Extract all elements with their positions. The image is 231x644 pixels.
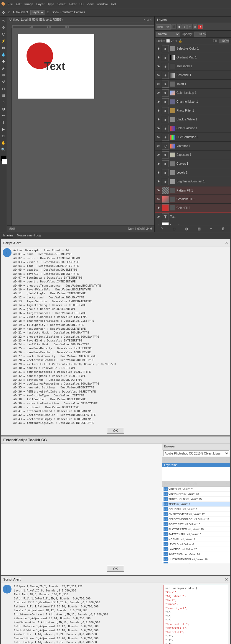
- layer-visibility-toggle[interactable]: 👁: [156, 170, 161, 175]
- tool-path-select[interactable]: ▶: [1, 126, 6, 132]
- tool-text[interactable]: T: [1, 120, 6, 125]
- layer-visibility-toggle[interactable]: 👁: [156, 64, 161, 69]
- layer-row[interactable]: 👁 ▽ Vibrance 1: [155, 142, 231, 151]
- filter-active[interactable]: ●: [198, 24, 203, 29]
- layer-row[interactable]: 👁 ◑ Posterize 1: [155, 71, 231, 80]
- layer-row[interactable]: 👁 Pattern Fill 1: [155, 186, 231, 195]
- canvas-minimize[interactable]: −: [144, 18, 146, 21]
- layer-visibility-toggle[interactable]: 👁: [156, 153, 161, 157]
- prop-row[interactable]: int POSTERIZE: int, Value: 16: [162, 522, 230, 527]
- lock-all[interactable]: 🔒: [179, 39, 182, 43]
- layer-visibility-toggle[interactable]: 👁: [156, 205, 161, 210]
- tool-move[interactable]: ✛: [1, 24, 6, 30]
- prop-row[interactable]: int VIDEO: int, Value: 21: [162, 487, 230, 492]
- layer-visibility-toggle[interactable]: 👁: [156, 197, 161, 202]
- layer-visibility-toggle[interactable]: 👁: [156, 117, 161, 122]
- classes-expand-icon[interactable]: ▲: [225, 458, 228, 462]
- layer-group-button[interactable]: ▦: [197, 227, 201, 231]
- layer-row[interactable]: 👁 ◑ Gradient Map 1: [155, 53, 231, 62]
- layer-row[interactable]: 👁 Layer 1: [155, 221, 231, 225]
- prop-row[interactable]: int NORMAL: int, Value: 1: [162, 537, 230, 542]
- menu-image[interactable]: Image: [24, 2, 34, 6]
- layer-mask-button[interactable]: ◻: [173, 227, 176, 231]
- layer-visibility-toggle[interactable]: 👁: [156, 108, 161, 113]
- filter-pixel[interactable]: ⬛: [171, 24, 176, 29]
- props-expand-icon[interactable]: ▼: [225, 482, 228, 485]
- tool-hand[interactable]: ✋: [1, 140, 6, 146]
- layer-visibility-toggle[interactable]: 👁: [156, 215, 161, 219]
- menu-window[interactable]: Window: [96, 2, 108, 6]
- tool-eyedropper[interactable]: 💧: [1, 52, 6, 58]
- measurement-log-tab[interactable]: Measurement Log: [17, 234, 41, 237]
- lock-image[interactable]: 🖌: [171, 39, 174, 43]
- script-alert-2-close[interactable]: ✕: [225, 577, 228, 582]
- tool-gradient[interactable]: ▦: [1, 92, 6, 98]
- browser-select[interactable]: Adobe Photoshop CC 2015.5 Object Librar: [163, 450, 229, 456]
- script-alert-1-close[interactable]: ✕: [225, 241, 228, 245]
- menu-select[interactable]: Select: [57, 2, 67, 6]
- tool-dodge[interactable]: ◑: [1, 106, 6, 112]
- tool-magic-wand[interactable]: ⚡: [1, 38, 6, 44]
- filter-type[interactable]: T: [182, 24, 187, 29]
- canvas-close[interactable]: ✕: [150, 18, 152, 21]
- prop-row[interactable]: int THRESHOLD: int, Value: 15: [162, 497, 230, 502]
- layer-visibility-toggle[interactable]: 👁: [156, 135, 161, 140]
- layer-row[interactable]: 👁 ◑ Color Lookup 1: [155, 89, 231, 97]
- prop-row[interactable]: int PHOTOFILTER: int, Value: 18: [162, 527, 230, 532]
- tool-blur[interactable]: ○: [1, 99, 6, 105]
- layer-fx-button[interactable]: fx: [161, 227, 163, 231]
- layer-row[interactable]: 👁 ◑ Selective Color 1: [155, 44, 231, 53]
- layer-visibility-toggle[interactable]: 👁: [156, 73, 161, 78]
- prop-row[interactable]: int LAYER3D: int, Value: 20: [162, 547, 230, 552]
- tool-heal[interactable]: ✚: [1, 58, 6, 64]
- layer-visibility-toggle[interactable]: 👁: [156, 99, 161, 104]
- layers-filter-kind[interactable]: Kind: [156, 24, 171, 30]
- tool-history[interactable]: ↺: [1, 79, 6, 85]
- script-alert-1-ok[interactable]: OK: [107, 428, 124, 434]
- layer-row[interactable]: 👁 ◑ Channel Mixer 1: [155, 97, 231, 106]
- filter-smart[interactable]: ⊕: [193, 24, 197, 29]
- layer-new-button[interactable]: +: [210, 227, 212, 231]
- menu-layer[interactable]: Layer: [36, 2, 44, 6]
- opacity-input[interactable]: [194, 32, 206, 37]
- layer-visibility-toggle[interactable]: 👁: [156, 144, 161, 148]
- layer-visibility-toggle[interactable]: 👁: [156, 126, 161, 131]
- layer-visibility-toggle[interactable]: 👁: [156, 179, 161, 184]
- prop-row-text[interactable]: int TEXT: int, Value: 2: [162, 502, 230, 507]
- tool-background-color[interactable]: [2, 159, 7, 164]
- menu-filter[interactable]: Filter: [69, 2, 76, 6]
- layer-visibility-toggle[interactable]: 👁: [156, 91, 161, 95]
- prop-row[interactable]: int HUESATURATION: int, Value: 10: [162, 557, 230, 562]
- filter-shape[interactable]: ◻: [187, 24, 192, 29]
- layer-row[interactable]: 👁 ◑ Brightness/Contrast 1: [155, 177, 231, 186]
- menu-file[interactable]: File: [8, 2, 13, 6]
- tool-clone[interactable]: ⊕: [1, 72, 6, 78]
- timeline-tab[interactable]: Timeline: [2, 234, 13, 237]
- layer-row[interactable]: 👁 ◑ Curves 1: [155, 159, 231, 168]
- show-transform-checkbox[interactable]: ☐: [47, 11, 50, 14]
- blend-mode-select[interactable]: Normal: [156, 32, 180, 37]
- prop-row[interactable]: int SOLIDFILL: int, Value: 3: [162, 507, 230, 512]
- classes-item-layerkind[interactable]: LayerKind: [162, 463, 230, 467]
- fill-input[interactable]: [219, 39, 229, 43]
- auto-select-checkbox[interactable]: ☑: [8, 11, 10, 14]
- prop-row[interactable]: int INVERSION: int, Value: 14: [162, 552, 230, 557]
- prop-row[interactable]: int LEVELS: int, Value: 6: [162, 542, 230, 547]
- menu-edit[interactable]: Edit: [16, 2, 22, 6]
- tool-eraser[interactable]: ◻: [1, 86, 6, 91]
- layer-row[interactable]: 👁 ◑ Threshold 1: [155, 62, 231, 71]
- layer-row[interactable]: 👁 ◑ Photo Filter 1: [155, 106, 231, 115]
- layer-row[interactable]: 👁 Color Fill 1: [155, 204, 231, 213]
- layer-visibility-toggle[interactable]: 👁: [156, 188, 161, 193]
- layer-row[interactable]: 👁 T Text: [155, 213, 231, 221]
- canvas-maximize[interactable]: □: [147, 18, 148, 21]
- menu-help[interactable]: Hel: [111, 2, 116, 6]
- prop-row[interactable]: int SELECTIVECOLOR: int, Value: 11: [162, 517, 230, 522]
- layer-adjustment-button[interactable]: ◑: [185, 227, 188, 231]
- tool-crop[interactable]: ⊞: [1, 45, 6, 51]
- layer-visibility-toggle[interactable]: 👁: [156, 46, 161, 51]
- prop-row[interactable]: int SMARTOBJECT: int, Value: 17: [162, 512, 230, 517]
- menu-3d[interactable]: 3D: [80, 2, 84, 6]
- menu-view[interactable]: View: [87, 2, 94, 6]
- tool-lasso[interactable]: ⬡: [1, 31, 6, 37]
